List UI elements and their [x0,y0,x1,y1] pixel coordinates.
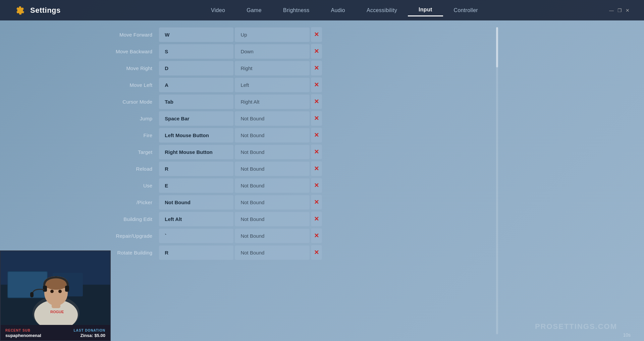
binding-delete-button[interactable]: ✕ [311,61,322,75]
binding-primary-key[interactable]: Right Mouse Button [159,145,233,159]
binding-primary-key[interactable]: Left Mouse Button [159,128,233,143]
webcam-donation-area: LAST DONATION Zinsa: $5.00 [74,329,105,338]
binding-alt-key[interactable]: Not Bound [235,229,309,243]
binding-primary-key[interactable]: R [159,245,233,260]
binding-primary-key[interactable]: E [159,178,233,193]
binding-row: Building EditLeft AltNot Bound✕ [94,212,322,226]
minimize-button[interactable]: — [608,7,614,13]
binding-delete-button[interactable]: ✕ [311,212,322,226]
tab-brightness[interactable]: Brightness [272,4,320,16]
main-content: Move ForwardWUp✕Move BackwardSDown✕Move … [0,20,644,341]
binding-row: ReloadRNot Bound✕ [94,161,322,176]
binding-action-label: Target [94,149,159,155]
binding-alt-key[interactable]: Left [235,78,309,92]
binding-action-label: Cursor Mode [94,99,159,105]
binding-row: JumpSpace BarNot Bound✕ [94,111,322,126]
binding-primary-key[interactable]: Tab [159,95,233,109]
binding-delete-button[interactable]: ✕ [311,145,322,159]
binding-primary-key[interactable]: W [159,27,233,42]
svg-text:ROGUE: ROGUE [50,310,64,314]
binding-primary-key[interactable]: R [159,162,233,176]
binding-delete-button[interactable]: ✕ [311,44,322,59]
binding-action-label: Building Edit [94,216,159,222]
svg-point-15 [58,290,62,293]
recent-sub-name: supaphenomenal [5,333,41,338]
svg-rect-10 [44,283,68,288]
binding-alt-key[interactable]: Not Bound [235,145,309,159]
tab-accessibility[interactable]: Accessibility [356,4,408,16]
donation-value: Zinsa: $5.00 [74,333,105,338]
binding-delete-button[interactable]: ✕ [311,228,322,243]
last-donation-label: LAST DONATION [74,329,105,332]
binding-primary-key[interactable]: S [159,44,233,59]
webcam-bar: RECENT SUB supaphenomenal LAST DONATION … [1,325,110,341]
binding-primary-key[interactable]: A [159,78,233,92]
binding-alt-key[interactable]: Not Bound [235,162,309,176]
binding-delete-button[interactable]: ✕ [311,161,322,176]
header: Settings Video Game Brightness Audio Acc… [0,0,644,20]
binding-primary-key[interactable]: ` [159,229,233,243]
binding-action-label: Jump [94,116,159,121]
webcam-recent-sub-area: RECENT SUB supaphenomenal [5,329,41,338]
gear-icon [13,4,25,16]
binding-row: /PickerNot BoundNot Bound✕ [94,195,322,210]
binding-delete-button[interactable]: ✕ [311,94,322,109]
svg-point-14 [50,290,54,293]
tab-game[interactable]: Game [236,4,272,16]
watermark: PROSETTINGS.COM [535,322,617,331]
binding-alt-key[interactable]: Not Bound [235,111,309,126]
binding-alt-key[interactable]: Down [235,44,309,59]
binding-row: Move LeftALeft✕ [94,77,322,92]
binding-row: Move ForwardWUp✕ [94,27,322,42]
binding-delete-button[interactable]: ✕ [311,27,322,42]
binding-delete-button[interactable]: ✕ [311,245,322,260]
binding-primary-key[interactable]: Left Alt [159,212,233,226]
maximize-button[interactable]: ❐ [616,7,623,13]
binding-action-label: Move Backward [94,49,159,54]
binding-primary-key[interactable]: Space Bar [159,111,233,126]
svg-rect-11 [43,286,47,292]
binding-delete-button[interactable]: ✕ [311,77,322,92]
binding-alt-key[interactable]: Up [235,27,309,42]
binding-row: Move BackwardSDown✕ [94,44,322,59]
binding-delete-button[interactable]: ✕ [311,128,322,143]
header-title: Settings [30,6,61,15]
tab-input[interactable]: Input [408,4,443,16]
binding-alt-key[interactable]: Right Alt [235,95,309,109]
binding-alt-key[interactable]: Not Bound [235,128,309,143]
binding-alt-key[interactable]: Not Bound [235,178,309,193]
binding-alt-key[interactable]: Not Bound [235,245,309,260]
tab-video[interactable]: Video [200,4,236,16]
timer-badge: 10s [623,332,631,338]
tab-audio[interactable]: Audio [320,4,356,16]
binding-action-label: Reload [94,166,159,172]
binding-delete-button[interactable]: ✕ [311,195,322,210]
binding-primary-key[interactable]: Not Bound [159,195,233,210]
binding-action-label: /Picker [94,200,159,205]
scroll-track[interactable] [496,27,498,334]
binding-delete-button[interactable]: ✕ [311,178,322,193]
svg-rect-13 [30,292,34,297]
binding-delete-button[interactable]: ✕ [311,111,322,126]
binding-row: Cursor ModeTabRight Alt✕ [94,94,322,109]
settings-window: Settings Video Game Brightness Audio Acc… [0,0,644,341]
svg-rect-4 [8,272,47,297]
binding-alt-key[interactable]: Not Bound [235,195,309,210]
close-button[interactable]: ✕ [625,7,631,13]
binding-alt-key[interactable]: Not Bound [235,212,309,226]
binding-action-label: Move Left [94,82,159,88]
binding-alt-key[interactable]: Right [235,61,309,75]
binding-row: Move RightDRight✕ [94,61,322,75]
bindings-list: Move ForwardWUp✕Move BackwardSDown✕Move … [94,27,322,262]
logo-area: Settings [13,4,80,16]
binding-action-label: Use [94,183,159,188]
window-controls: — ❐ ✕ [608,7,631,13]
binding-primary-key[interactable]: D [159,61,233,75]
binding-row: UseENot Bound✕ [94,178,322,193]
tab-controller[interactable]: Controller [443,4,489,16]
binding-action-label: Move Forward [94,32,159,38]
binding-action-label: Repair/Upgrade [94,233,159,239]
scroll-thumb[interactable] [496,27,498,67]
binding-row: TargetRight Mouse ButtonNot Bound✕ [94,145,322,159]
webcam-overlay: ROGUE RECENT SUB supaphenomenal LAST DON… [0,250,111,341]
